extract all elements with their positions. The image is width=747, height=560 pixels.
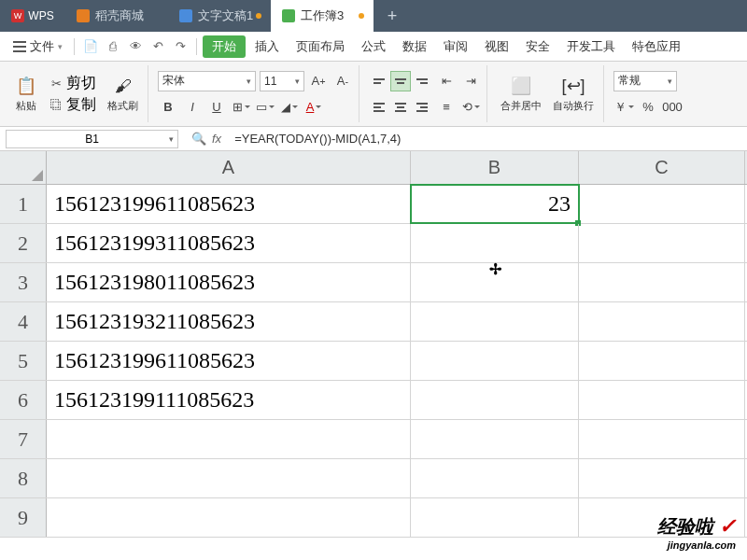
row-header[interactable]: 5 (0, 342, 47, 380)
align-center[interactable] (390, 97, 411, 118)
bold-button[interactable]: B (158, 97, 178, 118)
cell[interactable]: 23 (411, 185, 579, 223)
qat-preview[interactable]: 👁 (125, 36, 146, 57)
cell[interactable] (411, 381, 579, 419)
cell[interactable]: 156123199611085623 (47, 185, 411, 223)
app-name: WPS (28, 9, 53, 22)
menu-dev-tools[interactable]: 开发工具 (559, 32, 623, 61)
cell[interactable]: 156123199311085623 (47, 224, 411, 262)
paste-button[interactable]: 📋 粘贴 (11, 65, 41, 122)
tab-label: 工作簿3 (301, 7, 344, 24)
menu-data[interactable]: 数据 (395, 32, 434, 61)
cell[interactable] (411, 302, 579, 341)
qat-print[interactable]: ⎙ (103, 36, 123, 57)
cell[interactable] (579, 185, 745, 223)
cell[interactable] (579, 263, 745, 301)
fx-icon[interactable]: fx (212, 132, 221, 146)
chevron-down-icon: ▾ (169, 134, 174, 144)
indent-decrease-button[interactable]: ⇤ (436, 71, 457, 91)
cell[interactable] (411, 224, 579, 262)
cell[interactable] (411, 459, 579, 497)
cell-style-button[interactable]: ▭ (255, 97, 275, 118)
cell[interactable] (411, 263, 579, 301)
qat-undo[interactable]: ↶ (148, 36, 168, 57)
cell[interactable] (579, 302, 745, 341)
column-header-a[interactable]: A (47, 151, 411, 184)
merge-center-button[interactable]: ⬜ 合并居中 (497, 65, 545, 122)
row-header[interactable]: 8 (0, 459, 47, 497)
align-top-left[interactable] (369, 71, 389, 91)
menu-view[interactable]: 视图 (477, 32, 516, 61)
tab-shop[interactable]: 稻壳商城 (65, 0, 168, 32)
select-all-corner[interactable] (0, 151, 47, 184)
align-left[interactable] (369, 97, 389, 118)
row-header[interactable]: 2 (0, 224, 47, 262)
row-header[interactable]: 7 (0, 420, 47, 458)
tab-document[interactable]: 文字文稿1 (168, 0, 271, 32)
menu-start[interactable]: 开始 (203, 35, 246, 58)
cell[interactable] (411, 420, 579, 458)
cell[interactable] (579, 381, 745, 419)
cell[interactable] (579, 459, 745, 497)
row-header[interactable]: 9 (0, 498, 47, 537)
formula-input[interactable]: =YEAR(TODAY())-MID(A1,7,4) (229, 132, 747, 146)
cell[interactable]: 156123199611085623 (47, 342, 411, 380)
chevron-down-icon: ▾ (247, 77, 251, 86)
increase-font-button[interactable]: A+ (308, 71, 329, 91)
file-menu[interactable]: 文件 ▾ (7, 38, 68, 55)
cell[interactable] (579, 224, 745, 262)
wrap-icon: [↩] (562, 75, 585, 97)
align-right[interactable] (412, 97, 432, 118)
lookup-icon[interactable]: 🔍 (191, 132, 206, 146)
row-header[interactable]: 1 (0, 185, 47, 223)
menu-special[interactable]: 特色应用 (625, 32, 688, 61)
column-header-b[interactable]: B (411, 151, 579, 184)
font-name-combo[interactable]: 宋体▾ (158, 71, 256, 91)
number-format-combo[interactable]: 常规▾ (613, 71, 677, 91)
cell[interactable] (411, 498, 579, 537)
cell[interactable]: 156123199111085623 (47, 381, 411, 419)
row-header[interactable]: 4 (0, 302, 47, 341)
qat-save[interactable]: 📄 (80, 36, 101, 57)
wrap-text-button[interactable]: [↩] 自动换行 (549, 65, 598, 122)
menu-formula[interactable]: 公式 (354, 32, 393, 61)
menu-page-layout[interactable]: 页面布局 (289, 32, 352, 61)
font-color-button[interactable]: A (303, 97, 324, 118)
qat-redo[interactable]: ↷ (170, 36, 190, 57)
cell[interactable]: 156123193211085623 (47, 302, 411, 341)
menu-insert[interactable]: 插入 (247, 32, 287, 61)
currency-button[interactable]: ￥ (613, 97, 634, 118)
menu-security[interactable]: 安全 (518, 32, 557, 61)
cell[interactable] (47, 459, 411, 497)
font-size-combo[interactable]: 11▾ (260, 71, 304, 91)
name-box[interactable]: B1 ▾ (6, 130, 178, 148)
thousand-sep-button[interactable]: 000 (662, 97, 683, 118)
fill-color-button[interactable]: ◢ (279, 97, 300, 118)
cell[interactable] (579, 420, 745, 458)
cell[interactable] (47, 420, 411, 458)
cell[interactable] (47, 498, 411, 537)
cut-button[interactable]: ✂剪切 (45, 74, 100, 93)
row-header[interactable]: 6 (0, 381, 47, 419)
decrease-font-button[interactable]: A- (332, 71, 353, 91)
column-header-c[interactable]: C (579, 151, 745, 184)
indent-increase-button[interactable]: ⇥ (460, 71, 481, 91)
sheet-icon (282, 9, 295, 22)
copy-button[interactable]: ⿻复制 (45, 95, 100, 115)
align-top-center[interactable] (390, 71, 411, 91)
justify-button[interactable]: ≡ (436, 97, 457, 118)
tab-workbook[interactable]: 工作簿3 (271, 0, 374, 32)
orientation-button[interactable]: ⟲ (460, 97, 481, 118)
menu-review[interactable]: 审阅 (436, 32, 475, 61)
border-button[interactable]: ⊞ (231, 97, 251, 118)
italic-button[interactable]: I (182, 97, 203, 118)
align-top-right[interactable] (412, 71, 432, 91)
percent-button[interactable]: % (638, 97, 658, 118)
format-painter-button[interactable]: 🖌 格式刷 (104, 65, 142, 122)
cell[interactable] (411, 342, 579, 380)
cell[interactable]: 156123198011085623 (47, 263, 411, 301)
new-tab-button[interactable]: + (374, 0, 411, 32)
row-header[interactable]: 3 (0, 263, 47, 301)
underline-button[interactable]: U (206, 97, 227, 118)
cell[interactable] (579, 342, 745, 380)
